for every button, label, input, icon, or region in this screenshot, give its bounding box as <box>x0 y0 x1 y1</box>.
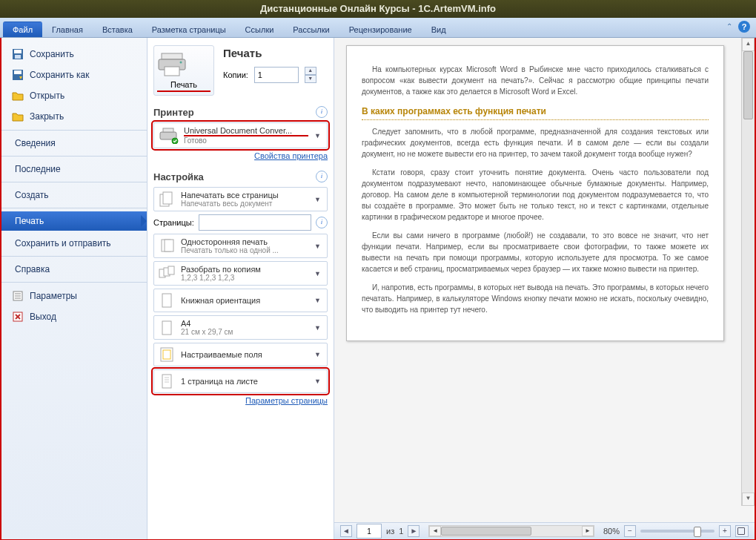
info-icon[interactable]: i <box>316 171 328 182</box>
scroll-down-icon[interactable]: ▼ <box>742 493 755 506</box>
copies-label: Копии: <box>223 70 248 79</box>
menu-options[interactable]: Параметры <box>1 286 147 306</box>
collapse-ribbon-icon[interactable]: ⌃ <box>726 22 732 30</box>
info-icon[interactable]: i <box>316 106 328 118</box>
print-heading: Печать <box>223 47 328 59</box>
print-settings-panel: Печать Печать Копии: ▲▼ Принтер i <box>147 38 334 539</box>
zoom-value: 80% <box>603 527 620 536</box>
svg-rect-22 <box>165 240 173 251</box>
next-page-button[interactable]: ► <box>408 525 420 537</box>
pages-label: Страницы: <box>153 218 194 227</box>
backstage-menu: Сохранить Сохранить как Открыть Закрыть … <box>1 38 147 539</box>
svg-rect-4 <box>14 70 21 74</box>
portrait-icon <box>159 292 175 309</box>
opt-margins[interactable]: Настраиваемые поля ▼ <box>153 343 328 366</box>
tab-view[interactable]: Вид <box>422 22 456 37</box>
dropdown-arrow-icon: ▼ <box>313 351 322 358</box>
exit-icon <box>12 311 24 323</box>
printer-section-heading: Принтер <box>153 107 194 118</box>
zoom-out-button[interactable]: − <box>624 525 636 537</box>
opt-pages-per-sheet[interactable]: 1 страница на листе ▼ <box>153 369 328 393</box>
scroll-up-icon[interactable]: ▲ <box>742 38 755 51</box>
printer-name: Universal Document Conver... <box>184 126 308 135</box>
dropdown-arrow-icon: ▼ <box>313 297 322 304</box>
scroll-thumb[interactable] <box>743 51 753 119</box>
svg-point-18 <box>172 138 178 144</box>
tab-mailings[interactable]: Рассылки <box>283 22 339 37</box>
zoom-knob[interactable] <box>694 527 701 537</box>
printer-selector[interactable]: Universal Document Conver... Готово ▼ <box>153 122 328 148</box>
menu-label: Сохранить и отправить <box>15 238 111 248</box>
menu-info[interactable]: Сведения <box>1 134 147 153</box>
settings-section-heading: Настройка <box>153 171 204 182</box>
dropdown-arrow-icon: ▼ <box>313 324 322 332</box>
print-button[interactable]: Печать <box>153 45 214 96</box>
svg-point-15 <box>180 62 182 64</box>
menu-label: Параметры <box>30 291 77 301</box>
opt-collated[interactable]: Разобрать по копиям1,2,3 1,2,3 1,2,3 ▼ <box>153 261 328 286</box>
tab-home[interactable]: Главная <box>42 22 93 37</box>
svg-rect-25 <box>168 266 174 274</box>
svg-rect-17 <box>163 128 173 132</box>
folder-open-icon <box>12 90 24 102</box>
menu-label: Закрыть <box>30 111 64 122</box>
help-icon[interactable]: ? <box>738 21 750 33</box>
svg-rect-2 <box>15 55 21 59</box>
info-icon[interactable]: i <box>316 217 328 228</box>
page-number-input[interactable] <box>357 524 382 539</box>
copies-input[interactable] <box>254 67 299 83</box>
zoom-in-button[interactable]: + <box>719 525 731 537</box>
page-of-label: из <box>386 527 394 536</box>
scroll-right-icon[interactable]: ► <box>582 526 594 536</box>
menu-recent[interactable]: Последние <box>1 159 147 179</box>
menu-new[interactable]: Создать <box>1 185 147 205</box>
svg-rect-1 <box>14 50 21 53</box>
pages-icon <box>159 191 175 208</box>
menu-close[interactable]: Закрыть <box>1 106 147 127</box>
dropdown-arrow-icon: ▼ <box>313 270 322 277</box>
vertical-scrollbar[interactable]: ▲ ▼ <box>741 38 755 506</box>
menu-save[interactable]: Сохранить <box>1 44 147 65</box>
tab-insert[interactable]: Вставка <box>93 22 142 37</box>
menu-help[interactable]: Справка <box>1 260 147 279</box>
ribbon-tabs: Файл Главная Вставка Разметка страницы С… <box>0 18 756 38</box>
menu-save-send[interactable]: Сохранить и отправить <box>1 234 147 253</box>
zoom-slider[interactable] <box>640 530 714 533</box>
dropdown-arrow-icon: ▼ <box>313 378 322 385</box>
zoom-to-page-button[interactable] <box>735 525 749 537</box>
menu-exit[interactable]: Выход <box>1 306 147 327</box>
menu-label: Последние <box>15 164 61 174</box>
tab-references[interactable]: Ссылки <box>236 22 284 37</box>
one-per-sheet-icon <box>159 373 175 389</box>
tab-review[interactable]: Рецензирование <box>339 22 422 37</box>
svg-rect-30 <box>162 375 171 388</box>
svg-rect-20 <box>163 192 172 204</box>
menu-label: Создать <box>15 190 49 200</box>
menu-open[interactable]: Открыть <box>1 85 147 106</box>
margins-icon <box>159 346 175 363</box>
scroll-thumb[interactable] <box>441 527 531 536</box>
tab-pagelayout[interactable]: Разметка страницы <box>142 22 236 37</box>
menu-save-as[interactable]: Сохранить как <box>1 65 147 85</box>
page-size-icon <box>159 320 175 336</box>
copies-spinner[interactable]: ▲▼ <box>305 67 316 83</box>
title-bar: Дистанционные Онлайн Курсы - 1C.ArtemVM.… <box>0 0 756 18</box>
menu-label: Справка <box>15 264 50 274</box>
opt-print-all[interactable]: Напечатать все страницыНапечатать весь д… <box>153 187 328 211</box>
opt-one-sided[interactable]: Односторонняя печатьПечатать только на о… <box>153 234 328 258</box>
menu-label: Выход <box>30 312 56 322</box>
page-setup-link[interactable]: Параметры страницы <box>245 396 328 405</box>
svg-rect-27 <box>162 321 171 335</box>
scroll-left-icon[interactable]: ◄ <box>429 526 441 536</box>
save-as-icon <box>12 69 24 81</box>
opt-paper-size[interactable]: A421 см x 29,7 см ▼ <box>153 315 328 340</box>
menu-print[interactable]: Печать <box>1 211 147 231</box>
tab-file[interactable]: Файл <box>3 22 42 37</box>
preview-heading: В каких программах есть функция печати <box>362 105 709 120</box>
opt-orientation[interactable]: Книжная ориентация ▼ <box>153 289 328 312</box>
printer-device-icon <box>159 128 179 144</box>
horizontal-scrollbar[interactable]: ◄ ► <box>428 525 594 537</box>
prev-page-button[interactable]: ◄ <box>340 525 352 537</box>
pages-input[interactable] <box>199 214 311 231</box>
printer-properties-link[interactable]: Свойства принтера <box>254 151 328 160</box>
